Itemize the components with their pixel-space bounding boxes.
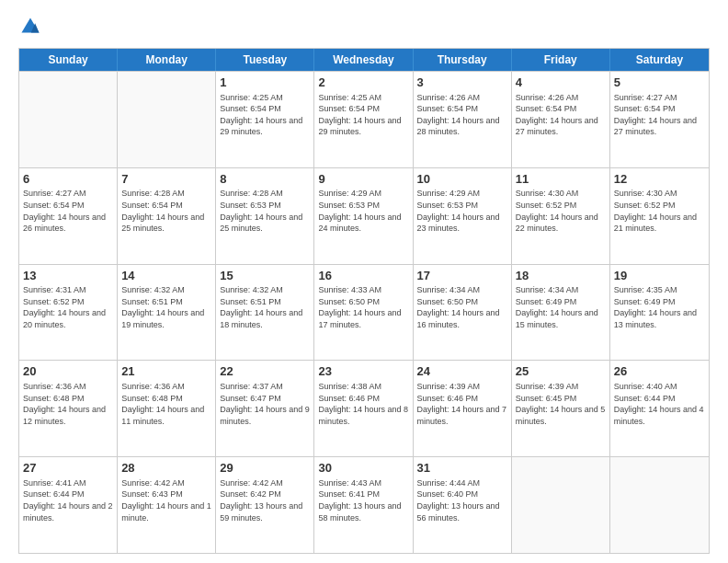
- calendar-cell: 10Sunrise: 4:29 AMSunset: 6:53 PMDayligh…: [414, 168, 512, 264]
- day-number: 11: [516, 171, 606, 188]
- header-cell-saturday: Saturday: [610, 49, 709, 71]
- day-number: 4: [516, 75, 606, 91]
- day-number: 3: [417, 75, 507, 91]
- calendar-cell: 23Sunrise: 4:38 AMSunset: 6:46 PMDayligh…: [314, 361, 413, 456]
- cell-info: Sunrise: 4:29 AMSunset: 6:53 PMDaylight:…: [318, 188, 408, 234]
- cell-info: Sunrise: 4:26 AMSunset: 6:54 PMDaylight:…: [516, 92, 606, 138]
- cell-info: Sunrise: 4:26 AMSunset: 6:54 PMDaylight:…: [417, 92, 507, 138]
- day-number: 5: [614, 75, 705, 91]
- cell-info: Sunrise: 4:43 AMSunset: 6:41 PMDaylight:…: [318, 477, 408, 523]
- cell-info: Sunrise: 4:39 AMSunset: 6:45 PMDaylight:…: [516, 381, 606, 427]
- day-number: 19: [614, 268, 705, 284]
- day-number: 15: [220, 268, 310, 284]
- calendar-cell: 17Sunrise: 4:34 AMSunset: 6:50 PMDayligh…: [414, 265, 512, 361]
- cell-info: Sunrise: 4:36 AMSunset: 6:48 PMDaylight:…: [121, 381, 211, 427]
- cell-info: Sunrise: 4:27 AMSunset: 6:54 PMDaylight:…: [23, 188, 113, 234]
- header-cell-tuesday: Tuesday: [216, 49, 314, 71]
- header-cell-sunday: Sunday: [19, 49, 118, 71]
- calendar-cell: 8Sunrise: 4:28 AMSunset: 6:53 PMDaylight…: [216, 168, 314, 264]
- cell-info: Sunrise: 4:27 AMSunset: 6:54 PMDaylight:…: [614, 92, 705, 138]
- day-number: 24: [417, 363, 507, 380]
- day-number: 1: [220, 75, 310, 91]
- header-cell-monday: Monday: [118, 49, 216, 71]
- cell-info: Sunrise: 4:37 AMSunset: 6:47 PMDaylight:…: [220, 381, 310, 427]
- calendar-cell: 12Sunrise: 4:30 AMSunset: 6:52 PMDayligh…: [610, 168, 709, 264]
- day-number: 23: [318, 363, 408, 380]
- day-number: 22: [220, 363, 310, 380]
- day-number: 6: [23, 171, 113, 188]
- cell-info: Sunrise: 4:25 AMSunset: 6:54 PMDaylight:…: [220, 92, 310, 138]
- logo-icon: [20, 17, 40, 37]
- day-number: 29: [220, 460, 310, 477]
- calendar: SundayMondayTuesdayWednesdayThursdayFrid…: [18, 48, 710, 554]
- page-header: [18, 17, 710, 40]
- day-number: 13: [23, 268, 113, 284]
- calendar-row: 1Sunrise: 4:25 AMSunset: 6:54 PMDaylight…: [19, 71, 709, 167]
- day-number: 30: [318, 460, 408, 477]
- calendar-row: 27Sunrise: 4:41 AMSunset: 6:44 PMDayligh…: [19, 456, 709, 553]
- day-number: 8: [220, 171, 310, 188]
- cell-info: Sunrise: 4:40 AMSunset: 6:44 PMDaylight:…: [614, 381, 705, 427]
- header-cell-thursday: Thursday: [414, 49, 512, 71]
- day-number: 20: [23, 363, 113, 380]
- calendar-row: 20Sunrise: 4:36 AMSunset: 6:48 PMDayligh…: [19, 360, 709, 456]
- calendar-cell: 5Sunrise: 4:27 AMSunset: 6:54 PMDaylight…: [610, 72, 709, 167]
- cell-info: Sunrise: 4:30 AMSunset: 6:52 PMDaylight:…: [614, 188, 705, 234]
- calendar-cell: [610, 457, 709, 553]
- calendar-cell: 31Sunrise: 4:44 AMSunset: 6:40 PMDayligh…: [414, 457, 512, 553]
- day-number: 2: [318, 75, 408, 91]
- calendar-cell: 3Sunrise: 4:26 AMSunset: 6:54 PMDaylight…: [414, 72, 512, 167]
- cell-info: Sunrise: 4:34 AMSunset: 6:49 PMDaylight:…: [516, 284, 606, 330]
- cell-info: Sunrise: 4:30 AMSunset: 6:52 PMDaylight:…: [516, 188, 606, 234]
- calendar-cell: 13Sunrise: 4:31 AMSunset: 6:52 PMDayligh…: [19, 265, 118, 361]
- calendar-cell: [19, 72, 118, 167]
- cell-info: Sunrise: 4:28 AMSunset: 6:54 PMDaylight:…: [121, 188, 211, 234]
- calendar-body: 1Sunrise: 4:25 AMSunset: 6:54 PMDaylight…: [19, 71, 709, 553]
- cell-info: Sunrise: 4:38 AMSunset: 6:46 PMDaylight:…: [318, 381, 408, 427]
- cell-info: Sunrise: 4:28 AMSunset: 6:53 PMDaylight:…: [220, 188, 310, 234]
- calendar-cell: 6Sunrise: 4:27 AMSunset: 6:54 PMDaylight…: [19, 168, 118, 264]
- calendar-cell: [118, 72, 216, 167]
- day-number: 28: [121, 460, 211, 477]
- day-number: 31: [417, 460, 507, 477]
- calendar-cell: 4Sunrise: 4:26 AMSunset: 6:54 PMDaylight…: [512, 72, 610, 167]
- cell-info: Sunrise: 4:36 AMSunset: 6:48 PMDaylight:…: [23, 381, 113, 427]
- day-number: 14: [121, 268, 211, 284]
- calendar-cell: 28Sunrise: 4:42 AMSunset: 6:43 PMDayligh…: [118, 457, 216, 553]
- cell-info: Sunrise: 4:39 AMSunset: 6:46 PMDaylight:…: [417, 381, 507, 427]
- cell-info: Sunrise: 4:34 AMSunset: 6:50 PMDaylight:…: [417, 284, 507, 330]
- calendar-cell: 30Sunrise: 4:43 AMSunset: 6:41 PMDayligh…: [314, 457, 413, 553]
- calendar-cell: [512, 457, 610, 553]
- calendar-cell: 25Sunrise: 4:39 AMSunset: 6:45 PMDayligh…: [512, 361, 610, 456]
- cell-info: Sunrise: 4:42 AMSunset: 6:42 PMDaylight:…: [220, 477, 310, 523]
- calendar-cell: 21Sunrise: 4:36 AMSunset: 6:48 PMDayligh…: [118, 361, 216, 456]
- day-number: 17: [417, 268, 507, 284]
- cell-info: Sunrise: 4:25 AMSunset: 6:54 PMDaylight:…: [318, 92, 408, 138]
- calendar-cell: 16Sunrise: 4:33 AMSunset: 6:50 PMDayligh…: [314, 265, 413, 361]
- calendar-cell: 15Sunrise: 4:32 AMSunset: 6:51 PMDayligh…: [216, 265, 314, 361]
- day-number: 26: [614, 363, 705, 380]
- calendar-cell: 11Sunrise: 4:30 AMSunset: 6:52 PMDayligh…: [512, 168, 610, 264]
- cell-info: Sunrise: 4:42 AMSunset: 6:43 PMDaylight:…: [121, 477, 211, 523]
- calendar-cell: 20Sunrise: 4:36 AMSunset: 6:48 PMDayligh…: [19, 361, 118, 456]
- calendar-header: SundayMondayTuesdayWednesdayThursdayFrid…: [19, 49, 709, 71]
- day-number: 18: [516, 268, 606, 284]
- calendar-cell: 18Sunrise: 4:34 AMSunset: 6:49 PMDayligh…: [512, 265, 610, 361]
- calendar-cell: 26Sunrise: 4:40 AMSunset: 6:44 PMDayligh…: [610, 361, 709, 456]
- cell-info: Sunrise: 4:41 AMSunset: 6:44 PMDaylight:…: [23, 477, 113, 523]
- cell-info: Sunrise: 4:31 AMSunset: 6:52 PMDaylight:…: [23, 284, 113, 330]
- calendar-cell: 1Sunrise: 4:25 AMSunset: 6:54 PMDaylight…: [216, 72, 314, 167]
- day-number: 10: [417, 171, 507, 188]
- calendar-cell: 19Sunrise: 4:35 AMSunset: 6:49 PMDayligh…: [610, 265, 709, 361]
- cell-info: Sunrise: 4:29 AMSunset: 6:53 PMDaylight:…: [417, 188, 507, 234]
- header-cell-wednesday: Wednesday: [314, 49, 413, 71]
- logo: [18, 17, 40, 40]
- calendar-cell: 7Sunrise: 4:28 AMSunset: 6:54 PMDaylight…: [118, 168, 216, 264]
- calendar-cell: 14Sunrise: 4:32 AMSunset: 6:51 PMDayligh…: [118, 265, 216, 361]
- cell-info: Sunrise: 4:44 AMSunset: 6:40 PMDaylight:…: [417, 477, 507, 523]
- cell-info: Sunrise: 4:32 AMSunset: 6:51 PMDaylight:…: [121, 284, 211, 330]
- day-number: 25: [516, 363, 606, 380]
- day-number: 27: [23, 460, 113, 477]
- day-number: 16: [318, 268, 408, 284]
- calendar-row: 6Sunrise: 4:27 AMSunset: 6:54 PMDaylight…: [19, 167, 709, 264]
